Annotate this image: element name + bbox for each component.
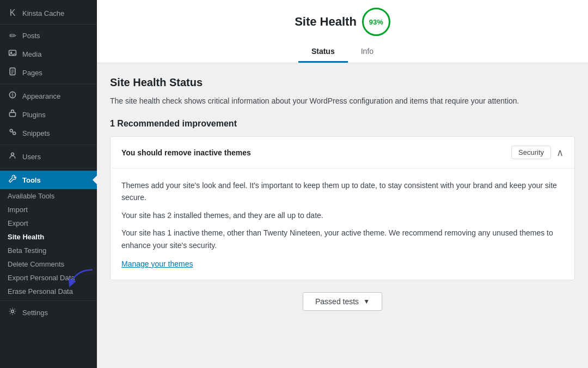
submenu-available-tools[interactable]: Available Tools [0, 189, 97, 203]
card-title: You should remove inactive themes [121, 148, 251, 157]
sidebar-item-appearance[interactable]: Appearance [0, 87, 97, 105]
sidebar-item-plugins[interactable]: Plugins [0, 105, 97, 124]
passed-tests-button[interactable]: Passed tests ▼ [303, 292, 382, 311]
sidebar-item-kinsta-cache[interactable]: K Kinsta Cache [0, 4, 97, 22]
subsection-title: 1 Recommended improvement [110, 119, 575, 129]
sidebar-item-media[interactable]: Media [0, 45, 97, 63]
sidebar-divider-5 [0, 300, 97, 301]
svg-point-8 [10, 129, 13, 132]
card-para-3: Your site has 1 inactive theme, other th… [121, 227, 564, 251]
submenu-export[interactable]: Export [0, 216, 97, 230]
sidebar-item-pages[interactable]: Pages [0, 63, 97, 82]
pages-icon [8, 67, 17, 78]
card-body: Themes add your site's look and feel. It… [111, 168, 574, 280]
sidebar-divider [0, 24, 97, 25]
manage-themes-link[interactable]: Manage your themes [121, 260, 193, 268]
tab-status[interactable]: Status [298, 41, 348, 63]
sidebar-divider-2 [0, 84, 97, 85]
content-area: Site Health Status The site health check… [97, 63, 588, 368]
card-header: You should remove inactive themes Securi… [111, 137, 574, 168]
chevron-down-icon: ▼ [363, 298, 370, 305]
media-icon [8, 49, 17, 59]
submenu-site-health[interactable]: Site Health [0, 230, 97, 244]
plugins-icon [8, 109, 17, 120]
page-title: Site Health [295, 15, 357, 29]
submenu-export-personal-data[interactable]: Export Personal Data [0, 271, 97, 285]
svg-rect-2 [10, 68, 15, 75]
posts-icon: ✏ [8, 31, 17, 41]
chevron-up-icon[interactable]: ∧ [556, 147, 564, 159]
page-header: Site Health 93% Status Info [97, 0, 588, 63]
tools-icon [8, 174, 17, 185]
section-title: Site Health Status [110, 76, 575, 89]
svg-line-10 [13, 132, 14, 133]
tools-submenu: Available Tools Import Export Site Healt… [0, 189, 97, 298]
section-desc: The site health check shows critical inf… [110, 95, 575, 107]
sidebar-item-posts[interactable]: ✏ Posts [0, 27, 97, 45]
health-badge: 93% [362, 8, 390, 36]
svg-point-12 [11, 310, 14, 313]
sidebar-item-users[interactable]: Users [0, 147, 97, 166]
sidebar-divider-4 [0, 168, 97, 168]
users-icon [8, 151, 17, 162]
recommendation-card: You should remove inactive themes Securi… [110, 136, 575, 280]
passed-tests-row: Passed tests ▼ [110, 292, 575, 311]
submenu-import[interactable]: Import [0, 203, 97, 216]
page-title-row: Site Health 93% [295, 8, 390, 36]
main-content: Site Health 93% Status Info Site Health … [97, 0, 588, 368]
sidebar-item-snippets[interactable]: Snippets [0, 124, 97, 142]
card-para-1: Themes add your site's look and feel. It… [121, 179, 564, 204]
tab-info[interactable]: Info [348, 41, 387, 63]
sidebar-divider-3 [0, 144, 97, 145]
tabs: Status Info [298, 41, 387, 63]
kinsta-icon: K [8, 8, 17, 18]
appearance-icon [8, 91, 17, 101]
settings-icon [8, 307, 17, 318]
svg-point-11 [11, 153, 14, 155]
card-para-2: Your site has 2 installed themes, and th… [121, 209, 564, 221]
sidebar: K Kinsta Cache ✏ Posts Media Pages [0, 0, 97, 368]
submenu-erase-personal-data[interactable]: Erase Personal Data [0, 285, 97, 298]
security-badge: Security [511, 146, 551, 159]
sidebar-item-settings[interactable]: Settings [0, 303, 97, 322]
svg-rect-7 [9, 112, 15, 116]
sidebar-item-tools[interactable]: Tools [0, 171, 97, 189]
submenu-beta-testing[interactable]: Beta Testing [0, 244, 97, 257]
submenu-delete-comments[interactable]: Delete Comments [0, 257, 97, 271]
snippets-icon [8, 128, 17, 138]
card-header-right: Security ∧ [511, 146, 564, 159]
